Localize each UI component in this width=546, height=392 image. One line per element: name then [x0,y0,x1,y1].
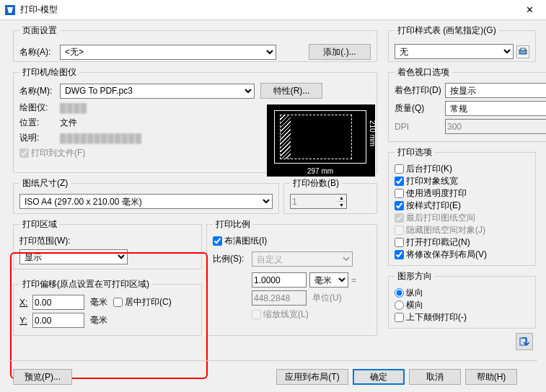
paper-preview: 297 mm 210 mm [267,104,375,177]
where-value: 文件 [60,117,77,129]
paper-size-group: 图纸尺寸(Z) ISO A4 (297.00 x 210.00 毫米) [13,177,279,214]
print-to-file-checkbox [19,148,29,158]
dpi-input [445,119,546,134]
scale-unit-select[interactable]: 毫米 [309,272,348,288]
opt-last-label: 最后打印图纸空间 [395,213,475,223]
opt-bg-checkbox[interactable] [395,164,404,174]
scale-ratio-label: 比例(S): [213,253,252,265]
printer-name-label: 名称(M): [19,85,60,97]
offset-x-input[interactable] [32,295,84,310]
offset-y-unit: 毫米 [90,314,107,326]
apply-layout-button[interactable]: 应用到布局(T) [276,369,348,385]
offset-y-label: Y: [19,316,32,326]
scale-lineweight-label: 缩放线宽(L) [213,309,309,319]
shade-plot-select[interactable]: 按显示 [445,83,546,98]
desc-label: 说明: [19,132,60,144]
opt-save-label[interactable]: 将修改保存到布局(V) [395,249,487,259]
orient-portrait-radio[interactable] [395,288,404,298]
offset-x-label: X: [19,298,32,308]
shaded-legend: 着色视口选项 [395,66,452,79]
print-to-file-label: 打印到文件(F) [19,147,85,159]
close-button[interactable]: ✕ [517,2,542,18]
opt-last-checkbox [395,213,404,223]
copies-group: 打印份数(B) ▲▼ [283,177,377,214]
shade-plot-label: 着色打印(D) [395,84,445,97]
style-table-edit-button[interactable] [516,45,529,58]
scale-num-input[interactable] [252,272,307,288]
scale-lineweight-checkbox [252,310,261,319]
orientation-group: 图形方向 纵向 横向 上下颠倒打印(-) [388,270,536,329]
expand-button[interactable] [516,333,533,350]
orientation-legend: 图形方向 [395,270,435,282]
svg-rect-2 [521,48,525,50]
center-print-label[interactable]: 居中打印(C) [113,296,172,308]
scale-den-unit: 单位(U) [312,292,342,304]
fit-to-paper-checkbox[interactable] [213,236,222,246]
copies-spinner[interactable]: ▲▼ [337,194,347,209]
scale-den-input [252,290,307,306]
print-range-select[interactable]: 显示 [19,249,128,264]
page-setup-legend: 页面设置 [19,24,60,37]
desc-value: ████████████ [60,133,142,143]
opt-trans-label[interactable]: 使用透明度打印 [395,188,467,198]
offset-x-unit: 毫米 [90,296,107,308]
copies-input[interactable] [290,194,338,209]
quality-select[interactable]: 常规 [445,101,546,116]
style-table-group: 打印样式表 (画笔指定)(G) 无 [388,24,536,62]
orient-portrait-label[interactable]: 纵向 [395,288,423,298]
copies-legend: 打印份数(B) [290,177,342,190]
orient-upside-checkbox[interactable] [395,313,404,322]
scale-ratio-select: 自定义 [252,251,353,267]
orient-landscape-radio[interactable] [395,300,404,310]
where-label: 位置: [19,117,60,129]
add-page-setup-button[interactable]: 添加(.)... [309,44,371,60]
app-icon [4,4,16,16]
paper-height-label: 210 mm [369,120,377,146]
opt-save-checkbox[interactable] [395,250,404,259]
print-options-legend: 打印选项 [395,146,435,159]
page-setup-group: 页面设置 名称(A): <无> 添加(.)... [13,24,377,62]
printer-legend: 打印机/绘图仪 [19,66,79,79]
print-area-legend: 打印区域 [19,218,60,231]
shaded-group: 着色视口选项 着色打印(D)按显示 质量(Q)常规 DPI [388,66,546,142]
scale-group: 打印比例 布满图纸(I) 比例(S): 自定义 毫米 = 单位(U) 缩放线宽(… [206,218,377,336]
orient-upside-label[interactable]: 上下颠倒打印(-) [395,312,467,322]
print-range-label: 打印范围(W): [19,235,195,247]
scale-legend: 打印比例 [213,218,253,231]
opt-bg-label[interactable]: 后台打印(K) [395,164,452,174]
style-table-legend: 打印样式表 (画笔指定)(G) [395,24,499,37]
paper-size-select[interactable]: ISO A4 (297.00 x 210.00 毫米) [19,194,273,209]
print-options-group: 打印选项 后台打印(K) 打印对象线宽 使用透明度打印 按样式打印(E) 最后打… [388,146,536,266]
window-title: 打印-模型 [20,4,517,16]
orient-landscape-label[interactable]: 横向 [395,300,423,310]
printer-props-button[interactable]: 特性(R)... [260,83,322,99]
print-area-group: 打印区域 打印范围(W): 显示 [13,218,202,270]
plotter-label: 绘图仪: [19,102,60,114]
opt-stamp-label[interactable]: 打开打印戳记(N) [395,237,470,247]
help-button[interactable]: 帮助(H) [465,369,517,385]
style-table-select[interactable]: 无 [395,44,514,59]
opt-bystyle-checkbox[interactable] [395,201,404,210]
page-name-label: 名称(A): [19,46,60,58]
opt-lw-label[interactable]: 打印对象线宽 [395,176,458,186]
center-print-checkbox[interactable] [113,298,123,307]
offset-y-input[interactable] [32,313,84,328]
paper-size-legend: 图纸尺寸(Z) [19,177,71,190]
cancel-button[interactable]: 取消 [409,369,461,385]
opt-trans-checkbox[interactable] [395,189,404,198]
printer-name-select[interactable]: DWG To PDF.pc3 [60,84,255,99]
opt-stamp-checkbox[interactable] [395,238,404,247]
opt-hide-checkbox [395,226,404,235]
opt-bystyle-label[interactable]: 按样式打印(E) [395,200,461,210]
fit-to-paper-label[interactable]: 布满图纸(I) [213,236,267,246]
scale-equals: = [351,275,356,285]
quality-label: 质量(Q) [395,102,445,115]
opt-lw-checkbox[interactable] [395,177,404,186]
dpi-label: DPI [395,122,445,132]
offset-group: 打印偏移(原点设置在可打印区域) X: 毫米 居中打印(C) Y: 毫米 [13,278,202,336]
opt-hide-label: 隐藏图纸空间对象(J) [395,225,485,235]
page-name-select[interactable]: <无> [60,45,276,60]
ok-button[interactable]: 确定 [353,369,405,385]
plotter-value: ████ [60,103,87,113]
offset-legend: 打印偏移(原点设置在可打印区域) [19,278,152,290]
